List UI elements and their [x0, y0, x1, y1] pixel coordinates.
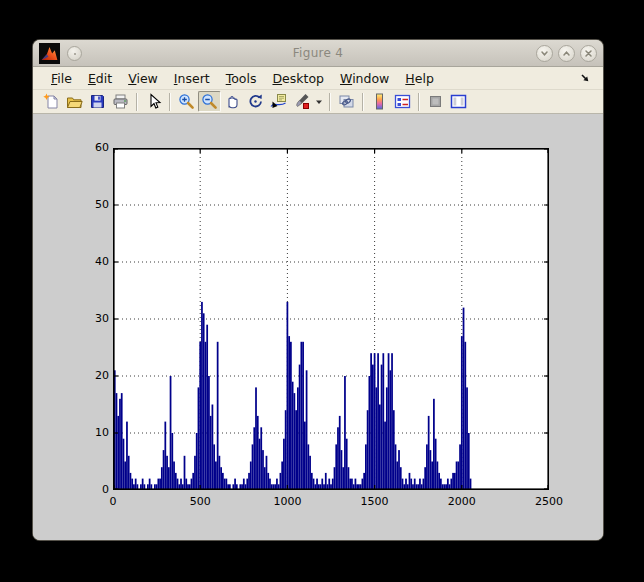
figure-canvas: 050010001500200025000102030405060 — [33, 114, 603, 540]
menu-help[interactable]: Help — [397, 69, 442, 88]
plot-area[interactable] — [113, 148, 549, 490]
x-tick-label: 500 — [190, 495, 211, 508]
toolbar-separator — [418, 93, 420, 111]
print-figure-button[interactable] — [109, 91, 132, 112]
toolbar-separator — [362, 93, 364, 111]
zoom-in-icon — [178, 93, 195, 110]
x-tick-label: 0 — [110, 495, 117, 508]
x-tick-label: 2500 — [535, 495, 563, 508]
brush-dropdown-button[interactable] — [313, 91, 325, 112]
menubar: File Edit View Insert Tools Desktop Wind… — [33, 67, 603, 90]
toolbar-separator — [329, 93, 331, 111]
minimize-button[interactable] — [536, 45, 553, 62]
y-tick-label: 50 — [67, 198, 109, 211]
caret-down-icon — [315, 98, 323, 106]
chevron-up-icon — [561, 48, 572, 59]
matlab-logo-icon — [39, 43, 60, 64]
y-tick-label: 40 — [67, 255, 109, 268]
legend-icon — [394, 93, 411, 110]
close-button[interactable] — [580, 45, 597, 62]
new-document-icon — [43, 93, 60, 110]
zoom-out-button[interactable] — [198, 91, 221, 112]
x-tick-label: 1500 — [361, 495, 389, 508]
insert-legend-button[interactable] — [391, 91, 414, 112]
menu-window[interactable]: Window — [332, 69, 397, 88]
data-cursor-button[interactable] — [267, 91, 290, 112]
toolbar-separator — [169, 93, 171, 111]
new-figure-button[interactable] — [40, 91, 63, 112]
menu-edit[interactable]: Edit — [80, 69, 120, 88]
y-tick-label: 0 — [67, 483, 109, 496]
print-icon — [112, 93, 129, 110]
brush-button[interactable] — [290, 91, 313, 112]
desktop-background: { "window": { "title": "Figure 4", "icon… — [0, 0, 644, 582]
menu-tools[interactable]: Tools — [218, 69, 265, 88]
hide-plot-tools-button[interactable] — [424, 91, 447, 112]
brush-icon — [293, 93, 310, 110]
rotate-icon — [247, 93, 264, 110]
maximize-button[interactable] — [558, 45, 575, 62]
x-tick-label: 1000 — [273, 495, 301, 508]
save-figure-button[interactable] — [86, 91, 109, 112]
data-cursor-icon — [270, 93, 287, 110]
titlebar[interactable]: Figure 4 — [33, 40, 603, 67]
close-icon — [583, 48, 594, 59]
window-title: Figure 4 — [33, 46, 603, 60]
x-tick-label: 2000 — [448, 495, 476, 508]
toolbar-separator — [136, 93, 138, 111]
edit-plot-button[interactable] — [142, 91, 165, 112]
show-plot-tools-icon — [450, 93, 467, 110]
menu-view[interactable]: View — [120, 69, 166, 88]
menu-file[interactable]: File — [43, 69, 80, 88]
y-tick-label: 20 — [67, 369, 109, 382]
open-folder-icon — [66, 93, 83, 110]
hide-plot-tools-icon — [427, 93, 444, 110]
y-tick-label: 30 — [67, 312, 109, 325]
link-icon — [338, 93, 355, 110]
figure-toolbar — [33, 90, 603, 114]
dock-figure-button[interactable] — [579, 72, 593, 84]
arrow-cursor-icon — [145, 93, 162, 110]
save-icon — [89, 93, 106, 110]
menu-insert[interactable]: Insert — [166, 69, 218, 88]
zoom-out-icon — [201, 93, 218, 110]
dock-arrow-icon — [579, 72, 591, 84]
show-plot-tools-button[interactable] — [447, 91, 470, 112]
rotate-3d-button[interactable] — [244, 91, 267, 112]
y-tick-label: 10 — [67, 426, 109, 439]
y-tick-label: 60 — [67, 141, 109, 154]
link-plot-button[interactable] — [335, 91, 358, 112]
menu-desktop[interactable]: Desktop — [264, 69, 332, 88]
window-controls — [536, 45, 597, 62]
zoom-in-button[interactable] — [175, 91, 198, 112]
colorbar-icon — [371, 93, 388, 110]
figure-window: Figure 4 File Edit View Insert Tools Des… — [33, 40, 603, 540]
pan-button[interactable] — [221, 91, 244, 112]
open-file-button[interactable] — [63, 91, 86, 112]
window-menu-button[interactable] — [67, 46, 82, 61]
insert-colorbar-button[interactable] — [368, 91, 391, 112]
hand-icon — [224, 93, 241, 110]
chevron-down-icon — [539, 48, 550, 59]
